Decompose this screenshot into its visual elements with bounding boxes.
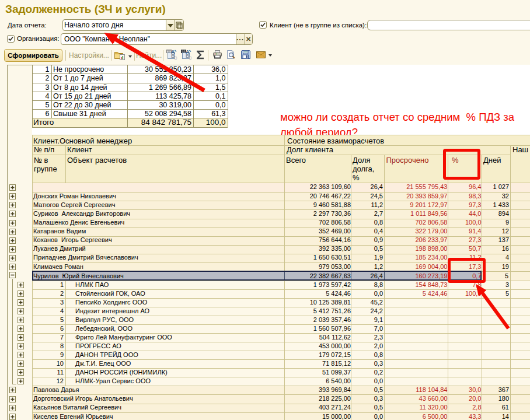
svg-text:C: C — [189, 55, 192, 60]
svg-text:C: C — [174, 55, 177, 60]
